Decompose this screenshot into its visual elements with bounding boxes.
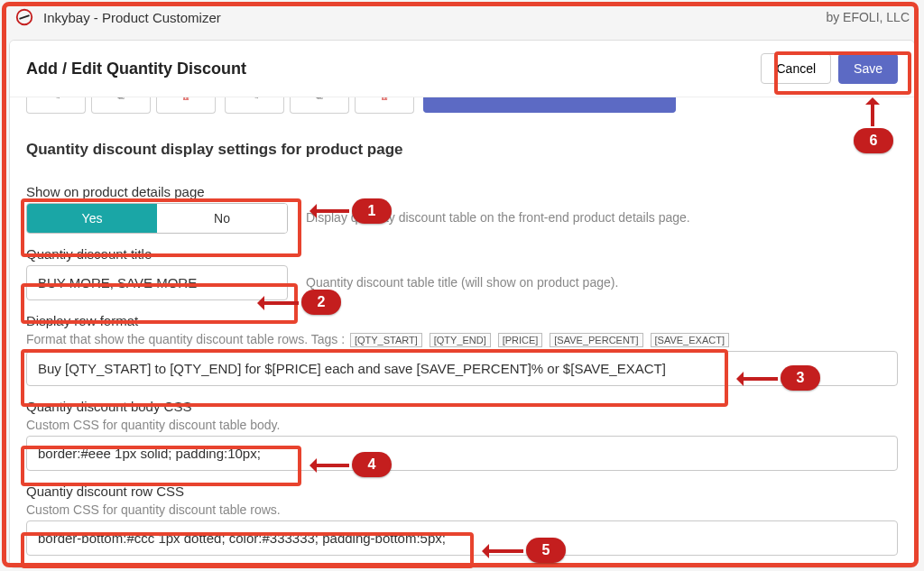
row-css-help: Custom CSS for quantity discount table r… (26, 502, 898, 517)
discount-title-help: Quantity discount table title (will show… (306, 274, 618, 292)
field-row-css: Quantiy discount row CSS Custom CSS for … (26, 484, 898, 556)
tag-save-percent: [SAVE_PERCENT] (550, 333, 642, 347)
annotation-arrow-1 (311, 209, 349, 213)
page-title: Add / Edit Quantity Discount (26, 60, 761, 78)
row-format-label: Display row format (26, 313, 898, 328)
toggle-no[interactable]: No (157, 204, 287, 233)
cancel-button[interactable]: Cancel (761, 53, 831, 84)
header-actions: Cancel Save (761, 53, 898, 84)
annotation-arrow-5 (484, 549, 523, 553)
annotation-arrow-6 (871, 99, 874, 126)
tag-qty-end: [QTY_END] (430, 333, 491, 347)
annotation-badge-2: 2 (301, 290, 341, 315)
annotation-badge-3: 3 (781, 365, 820, 391)
app-title: Inkybay - Product Customizer (43, 10, 826, 25)
app-author: by EFOLI, LLC (826, 10, 910, 24)
row-css-label: Quantiy discount row CSS (26, 484, 898, 499)
annotation-arrow-4 (311, 464, 349, 467)
app-header: Inkybay - Product Customizer by EFOLI, L… (0, 0, 924, 34)
field-body-css: Quantiy discount body CSS Custom CSS for… (26, 399, 898, 471)
show-on-page-toggle: Yes No (26, 203, 288, 234)
row-format-help-prefix: Format that show the quantity discount t… (26, 332, 345, 346)
row-format-help: Format that show the quantity discount t… (26, 332, 898, 347)
panel-header: Add / Edit Quantity Discount Cancel Save (10, 41, 914, 97)
main-panel: Add / Edit Quantity Discount Cancel Save… (9, 40, 915, 568)
field-discount-title: Quantiy discount title Quantity discount… (26, 246, 898, 300)
app-logo-icon (14, 7, 34, 27)
annotation-badge-5: 5 (526, 538, 566, 563)
discount-title-label: Quantiy discount title (26, 246, 898, 262)
annotation-arrow-3 (738, 377, 778, 381)
row-css-input[interactable] (26, 520, 898, 556)
section-title: Quantity discount display settings for p… (26, 141, 898, 159)
body-css-help: Custom CSS for quantity discount table b… (26, 418, 898, 432)
save-button[interactable]: Save (838, 53, 898, 84)
discount-title-input[interactable] (26, 265, 288, 300)
annotation-badge-4: 4 (352, 452, 392, 477)
field-show-on-page: Show on product details page Yes No Disp… (26, 184, 898, 234)
tag-save-exact: [SAVE_EXACT] (651, 333, 729, 347)
toggle-yes[interactable]: Yes (27, 204, 157, 233)
content-area: Quantity discount display settings for p… (10, 141, 914, 556)
row-format-input[interactable] (26, 351, 898, 386)
tag-price: [PRICE] (498, 333, 543, 347)
tag-qty-start: [QTY_START] (350, 333, 422, 347)
annotation-badge-1: 1 (352, 198, 392, 224)
show-on-page-label: Show on product details page (26, 184, 898, 199)
body-css-label: Quantiy discount body CSS (26, 399, 898, 414)
annotation-badge-6: 6 (854, 128, 893, 153)
body-css-input[interactable] (26, 436, 898, 471)
annotation-arrow-2 (259, 301, 299, 305)
field-row-format: Display row format Format that show the … (26, 313, 898, 386)
